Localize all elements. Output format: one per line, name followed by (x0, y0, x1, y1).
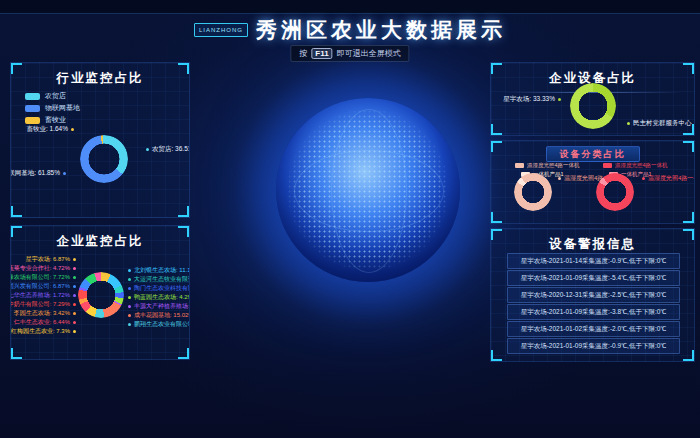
legend-item[interactable]: 温湿度光照4路一体机 (603, 162, 668, 169)
slice-label: 李园生态农场: 3.42% (14, 309, 79, 318)
slice-label-dot (558, 98, 561, 101)
slice-label-text: 七华生态养殖场: 1.72% (10, 292, 70, 298)
legend-item[interactable]: 物联网基地 (25, 102, 80, 114)
slice-label-dot (73, 312, 76, 315)
device-class-donut-left[interactable] (514, 173, 552, 211)
slice-label-dot (146, 148, 149, 151)
alarm-row: 星宇农场-2021-01-09采集温度:-5.4℃,低于下限:0℃ (507, 270, 680, 286)
slice-label-text: 北刘银生态农场: 11.16% (134, 267, 190, 273)
slice-label-dot (128, 287, 131, 290)
slice-label-text: 中奶牛有限公司: 7.29% (10, 301, 70, 307)
slice-label-dot (558, 177, 561, 180)
brand-logo: LIANZHONG (194, 23, 248, 37)
industry-donut-chart[interactable] (80, 135, 128, 183)
slice-label-dot (73, 285, 76, 288)
legend-label: 畜牧业 (45, 115, 66, 125)
slice-label: 畜牧业: 1.64% (26, 125, 77, 134)
slice-label: 仁丰生态农业: 6.44% (14, 318, 79, 327)
slice-label-dot (128, 296, 131, 299)
slice-label-text: 国兴发有限公司: 6.87% (10, 283, 70, 289)
device-classification-title-badge[interactable]: 设备分类占比 (546, 146, 640, 162)
slice-label: 物联网基地: 61.85% (10, 169, 69, 178)
legend-swatch (515, 163, 524, 168)
legend-item[interactable]: 农贸店 (25, 90, 80, 102)
globe-visualization[interactable] (276, 98, 460, 282)
slice-label-text: 物联网基地: 61.85% (10, 169, 60, 176)
slice-label-text: 李园生态农场: 3.42% (14, 310, 70, 316)
slice-label-dot (73, 303, 76, 306)
globe-longitude-arc (331, 109, 407, 273)
slice-label-text: 成丰花园基地: 15.02% (134, 312, 190, 318)
slice-label: 国兴发有限公司: 6.87% (10, 282, 79, 291)
legend-label: 温湿度光照4路一体机 (527, 162, 580, 169)
industry-legend: 农贸店 物联网基地 畜牧业 (25, 90, 80, 126)
slice-label: 秀洲蔬菜专业合作社: 4.72% (10, 264, 79, 273)
slice-label-text: 仁丰生态农业: 6.44% (14, 319, 70, 325)
slice-label: 红梅园生态农业: 7.3% (11, 327, 79, 336)
slice-label: 北刘银生态农场: 11.16% (125, 266, 190, 275)
slice-label-dot (73, 276, 76, 279)
alarm-row: 星宇农场-2020-12-31采集温度:-2.5℃,低于下限:0℃ (507, 287, 680, 303)
enterprise-donut-chart[interactable] (78, 272, 124, 318)
legend-item[interactable]: 温湿度光照4路一体机 (515, 162, 580, 169)
legend-label: 农贸店 (45, 91, 66, 101)
slice-label-text: 家缘农场有限公司: 7.72% (10, 274, 70, 280)
alarm-row: 星宇农场-2021-01-14采集温度:-0.9℃,低于下限:0℃ (507, 253, 680, 269)
slice-label-dot (73, 321, 76, 324)
alarm-row: 星宇农场-2021-01-02采集温度:-2.0℃,低于下限:0℃ (507, 321, 680, 337)
slice-label-text: 大运河生态牧业有限责任公 (134, 276, 190, 282)
panel-device-classification: 设备分类占比 温湿度光照4路一体机 一体机产品1 温湿度光照4路一— 温湿度光照… (490, 140, 695, 224)
legend-label: 温湿度光照4路一体机 (615, 162, 668, 169)
slice-label: 农贸店: 36.51% (143, 145, 190, 154)
alarm-row: 星宇农场-2021-01-09采集温度:-0.9℃,低于下限:0℃ (507, 338, 680, 354)
panel-device-alarms: 设备警报信息 星宇农场-2021-01-14采集温度:-0.9℃,低于下限:0℃… (490, 228, 695, 362)
equipment-donut-chart[interactable] (570, 83, 616, 129)
panel-enterprise-title: 企业监控占比 (11, 226, 189, 250)
slice-label-text: 秀洲蔬菜专业合作社: 4.72% (10, 265, 70, 271)
slice-label: 七华生态养殖场: 1.72% (10, 291, 79, 300)
slice-label-text: 鹏翔生态农业有限公司: 6.87% (134, 321, 190, 327)
panel-equipment-ratio: 企业设备占比 星宇农场: 33.33% 民主村党群服务中心 (490, 62, 695, 136)
slice-label-text: 温湿度光照4路一— (648, 175, 695, 181)
legend-swatch (603, 163, 612, 168)
f11-key-badge: F11 (311, 48, 332, 59)
panel-industry-title: 行业监控占比 (11, 63, 189, 87)
alarm-row: 星宇农场-2021-01-09采集温度:-3.8℃,低于下限:0℃ (507, 304, 680, 320)
slice-label-dot (128, 269, 131, 272)
slice-label-text: 丰源大产种植养殖场: 1. (134, 303, 190, 309)
header: LIANZHONG 秀洲区农业大数据展示 (0, 16, 700, 44)
slice-label-text: 农贸店: 36.51% (152, 145, 190, 152)
slice-label-dot (73, 330, 76, 333)
slice-label-dot (73, 258, 76, 261)
slice-label-dot (128, 278, 131, 281)
slice-label-dot (128, 305, 131, 308)
slice-label-dot (73, 267, 76, 270)
slice-label-dot (627, 122, 630, 125)
slice-label: 大运河生态牧业有限责任公 (125, 275, 190, 284)
slice-label: 鸭蓝园生态农场: 4.29 (125, 293, 190, 302)
slice-label-dot (73, 294, 76, 297)
slice-label: 丰源大产种植养殖场: 1. (125, 302, 190, 311)
device-class-donut-right[interactable] (596, 173, 634, 211)
legend-swatch (25, 105, 40, 112)
slice-label-dot (128, 323, 131, 326)
slice-label-text: 民主村党群服务中心 (633, 119, 692, 126)
slice-label-text: 鸭蓝园生态农场: 4.29 (134, 294, 190, 300)
slice-label-dot (642, 177, 645, 180)
top-decoration-strip (0, 0, 700, 14)
slice-label: 陶门生态农业科技有限公 (125, 284, 190, 293)
slice-label-dot (128, 314, 131, 317)
page-title: 秀洲区农业大数据展示 (256, 16, 506, 44)
panel-alarms-title: 设备警报信息 (491, 229, 694, 253)
slice-label: 星宇农场: 6.87% (26, 255, 79, 264)
slice-label-dot (71, 128, 74, 131)
slice-label: 中奶牛有限公司: 7.29% (10, 300, 79, 309)
slice-label: 成丰花园基地: 15.02% (125, 311, 190, 320)
legend-swatch (25, 93, 40, 100)
panel-industry-monitor: 行业监控占比 农贸店 物联网基地 畜牧业 畜牧业: 1.64% 农贸店: 36.… (10, 62, 190, 218)
hint-prefix: 按 (299, 48, 307, 59)
slice-label-text: 星宇农场: 33.33% (503, 95, 555, 102)
slice-label: 星宇农场: 33.33% (503, 95, 564, 104)
slice-label-text: 星宇农场: 6.87% (26, 256, 70, 262)
slice-label-text: 红梅园生态农业: 7.3% (11, 328, 70, 334)
